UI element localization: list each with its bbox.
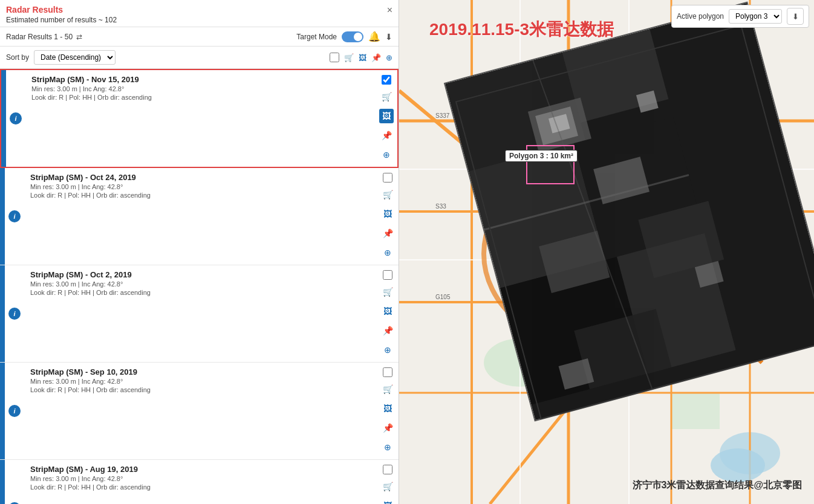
- result-checkbox[interactable]: [382, 75, 391, 85]
- result-lookdir: Look dir: R | Pol: HH | Orb dir: ascendi…: [30, 483, 371, 491]
- target-icon[interactable]: ⊕: [380, 343, 395, 357]
- close-button[interactable]: ×: [387, 5, 392, 16]
- pin-icon[interactable]: 📌: [380, 323, 395, 338]
- info-icon[interactable]: i: [8, 210, 21, 222]
- estimated-results: Estimated number of results ~ 102: [6, 16, 392, 24]
- result-left: i: [5, 265, 24, 362]
- result-title: StripMap (SM) - Nov 15, 2019: [31, 75, 370, 84]
- image-icon[interactable]: 🖼: [380, 207, 395, 221]
- result-lookdir: Look dir: R | Pol: HH | Orb dir: ascendi…: [30, 289, 371, 296]
- results-count: Radar Results 1 - 50 ⇄: [6, 33, 82, 41]
- select-all-checkbox[interactable]: [330, 53, 339, 62]
- panel-header: Radar Results Estimated number of result…: [0, 0, 399, 27]
- image-icon[interactable]: 🖼: [380, 499, 395, 504]
- info-icon[interactable]: i: [10, 112, 22, 124]
- result-checkbox[interactable]: [383, 270, 392, 280]
- pin-icon[interactable]: 📌: [380, 421, 395, 435]
- right-panel: Active polygon Polygon 3 ⬇ 2019.11.15-3米…: [399, 0, 814, 504]
- result-lookdir: Look dir: R | Pol: HH | Orb dir: ascendi…: [31, 94, 370, 101]
- image-icon[interactable]: 🖼: [380, 304, 395, 318]
- result-item[interactable]: i StripMap (SM) - Nov 15, 2019 Min res: …: [0, 69, 399, 168]
- target-icon[interactable]: ⊕: [380, 245, 395, 260]
- blue-bar: [0, 168, 5, 265]
- result-minres: Min res: 3.00 m | Inc Ang: 42.8°: [30, 378, 371, 385]
- target-icon[interactable]: ⊕: [379, 147, 394, 162]
- result-item[interactable]: i StripMap (SM) - Oct 24, 2019 Min res: …: [0, 168, 399, 265]
- info-icon[interactable]: i: [8, 405, 21, 417]
- result-actions: 🛒 🖼 📌 ⊕: [377, 363, 399, 459]
- pin-icon[interactable]: 📌: [380, 226, 395, 241]
- result-actions: 🛒 🖼 📌 ⊕: [377, 168, 399, 265]
- col-pin-icon: 📌: [371, 53, 381, 62]
- polygon-area-label: Polygon 3 : 10 km²: [505, 150, 578, 162]
- result-minres: Min res: 3.00 m | Inc Ang: 42.8°: [31, 85, 370, 92]
- result-info: StripMap (SM) - Aug 19, 2019 Min res: 3.…: [24, 460, 377, 504]
- download-map-button[interactable]: ⬇: [787, 8, 804, 25]
- svg-text:S337: S337: [435, 112, 450, 119]
- blue-bar: [1, 70, 6, 167]
- cart-icon[interactable]: 🛒: [380, 382, 395, 396]
- svg-rect-2: [671, 393, 720, 429]
- result-actions: 🛒 🖼 📌 ⊕: [377, 265, 399, 362]
- cart-icon[interactable]: 🛒: [380, 479, 395, 494]
- result-item[interactable]: i StripMap (SM) - Aug 19, 2019 Min res: …: [0, 460, 399, 504]
- blue-bar: [0, 265, 5, 362]
- result-info: StripMap (SM) - Oct 24, 2019 Min res: 3.…: [24, 168, 377, 265]
- sort-select[interactable]: Date (Descending): [34, 50, 116, 65]
- result-checkbox[interactable]: [383, 173, 392, 183]
- result-checkbox[interactable]: [383, 465, 392, 474]
- target-mode-label: Target Mode: [296, 33, 337, 41]
- bottom-text: 济宁市3米雷达数据查询结果@北京零图: [633, 479, 803, 492]
- result-left: i: [6, 70, 25, 167]
- active-polygon-label: Active polygon: [677, 12, 724, 21]
- result-info: StripMap (SM) - Sep 10, 2019 Min res: 3.…: [24, 363, 377, 459]
- results-list: i StripMap (SM) - Nov 15, 2019 Min res: …: [0, 69, 399, 504]
- info-icon[interactable]: i: [8, 308, 21, 320]
- map-topbar: Active polygon Polygon 3 ⬇: [671, 5, 809, 28]
- result-date: Nov 15, 2019: [91, 75, 139, 84]
- results-count-row: Radar Results 1 - 50 ⇄ Target Mode 🔔 ⬇: [0, 27, 399, 47]
- result-date: Oct 2, 2019: [90, 270, 132, 279]
- result-date: Aug 19, 2019: [90, 465, 138, 474]
- result-minres: Min res: 3.00 m | Inc Ang: 42.8°: [30, 280, 371, 288]
- result-name: StripMap (SM): [30, 173, 83, 182]
- target-icon[interactable]: ⊕: [380, 440, 395, 454]
- result-date: Oct 24, 2019: [90, 173, 136, 182]
- result-checkbox[interactable]: [383, 367, 392, 377]
- polygon-select[interactable]: Polygon 3: [729, 9, 782, 24]
- bell-icon[interactable]: 🔔: [368, 31, 380, 42]
- result-title: StripMap (SM) - Oct 2, 2019: [30, 270, 371, 279]
- result-info: StripMap (SM) - Nov 15, 2019 Min res: 3.…: [25, 70, 376, 167]
- result-minres: Min res: 3.00 m | Inc Ang: 42.8°: [30, 183, 371, 190]
- result-left: i: [5, 168, 24, 265]
- map-title-overlay: 2019.11.15-3米雷达数据: [429, 18, 614, 41]
- cart-icon[interactable]: 🛒: [380, 187, 395, 202]
- pin-icon[interactable]: 📌: [379, 128, 394, 143]
- image-icon[interactable]: 🖼: [380, 401, 395, 416]
- result-item[interactable]: i StripMap (SM) - Sep 10, 2019 Min res: …: [0, 363, 399, 460]
- blue-bar: [0, 363, 5, 459]
- cart-icon[interactable]: 🛒: [380, 285, 395, 299]
- cart-icon[interactable]: 🛒: [379, 89, 394, 104]
- result-title: StripMap (SM) - Sep 10, 2019: [30, 367, 371, 376]
- result-date: Sep 10, 2019: [90, 367, 137, 376]
- result-left: i: [5, 460, 24, 504]
- target-mode-toggle[interactable]: [342, 31, 363, 42]
- target-mode-row: Target Mode 🔔 ⬇: [296, 31, 392, 42]
- panel-title: Radar Results: [6, 5, 392, 15]
- result-info: StripMap (SM) - Oct 2, 2019 Min res: 3.0…: [24, 265, 377, 362]
- swap-icon[interactable]: ⇄: [76, 33, 82, 41]
- result-lookdir: Look dir: R | Pol: HH | Orb dir: ascendi…: [30, 192, 371, 199]
- svg-text:G105: G105: [435, 294, 451, 300]
- result-title: StripMap (SM) - Aug 19, 2019: [30, 465, 371, 474]
- result-name: StripMap (SM): [30, 270, 83, 279]
- result-minres: Min res: 3.00 m | Inc Ang: 42.8°: [30, 475, 371, 482]
- result-actions: 🛒 🖼 📌 ⊕: [376, 70, 397, 167]
- col-target-icon: ⊕: [386, 53, 392, 62]
- result-name: StripMap (SM): [30, 465, 83, 474]
- result-item[interactable]: i StripMap (SM) - Oct 2, 2019 Min res: 3…: [0, 265, 399, 363]
- results-range-text: Radar Results 1 - 50: [6, 33, 73, 41]
- download-all-icon[interactable]: ⬇: [385, 32, 392, 42]
- result-name: StripMap (SM): [30, 367, 83, 376]
- image-icon[interactable]: 🖼: [379, 109, 394, 123]
